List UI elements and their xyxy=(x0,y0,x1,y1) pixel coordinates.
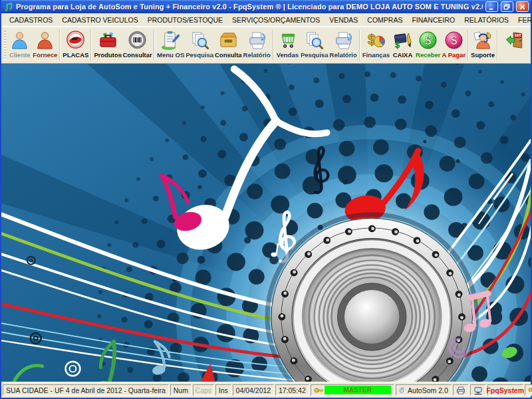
toolbar-button-caixa[interactable]: $ CAIXA xyxy=(390,29,415,62)
barcode-icon xyxy=(127,30,148,51)
printer-icon xyxy=(456,386,466,395)
order-clipboard-icon xyxy=(160,30,181,51)
cash-book-icon: $ xyxy=(392,30,413,51)
finance-chart-icon: $ xyxy=(366,30,386,51)
menu-bar: CADASTROS CADASTRO VEICULOS PRODUTOS/EST… xyxy=(1,13,531,27)
file-drawer-icon xyxy=(218,30,239,51)
toolbar-button-placas[interactable]: PLACAS xyxy=(62,29,89,62)
toolbar-button-cliente[interactable]: Cliente xyxy=(7,29,32,62)
title-bar: Programa para Loja de AutoSom e Tuning +… xyxy=(1,0,531,13)
toolbar-button-produtos[interactable]: Produtos xyxy=(93,29,122,62)
wallpaper-area xyxy=(1,64,531,382)
toolbar-button-receber[interactable]: $ Receber xyxy=(415,29,442,62)
toolbar-button-vendas[interactable]: Vendas xyxy=(275,29,300,62)
toolbar-button-pesquisa-os[interactable]: Pesquisa xyxy=(185,29,214,62)
supplier-person-icon xyxy=(35,30,55,51)
status-caps: Caps xyxy=(193,384,214,396)
status-ins: Ins xyxy=(215,384,231,396)
status-key xyxy=(525,384,532,396)
toolbar-separator xyxy=(273,30,274,61)
toolbox-icon xyxy=(98,30,118,51)
menu-item-cadastro-veiculos[interactable]: CADASTRO VEICULOS xyxy=(57,15,142,25)
menu-item-ferramentas[interactable]: FERRAMENTAS xyxy=(513,15,532,25)
doc-search-icon xyxy=(190,30,210,51)
printer-icon xyxy=(333,30,354,51)
svg-text:$: $ xyxy=(450,34,457,47)
toolbar: Cliente Fornece PLACAS xyxy=(1,27,531,64)
toolbar-button-pesquisa-vendas[interactable]: Pesquisa xyxy=(300,29,329,62)
menu-item-compras[interactable]: COMPRAS xyxy=(362,15,407,25)
support-agent-icon xyxy=(473,30,493,51)
svg-text:EXIT: EXIT xyxy=(514,34,521,37)
status-location: SUA CIDADE - UF 4 de Abril de 2012 - Qua… xyxy=(3,384,169,396)
toolbar-separator xyxy=(467,30,469,61)
svg-text:$: $ xyxy=(425,34,432,47)
toolbar-button-relatorio-vendas[interactable]: Relatório xyxy=(329,29,358,62)
toolbar-button-fornece[interactable]: Fornece xyxy=(32,29,58,62)
close-icon xyxy=(519,3,526,11)
exit-door-icon: EXIT xyxy=(503,30,527,51)
toolbar-button-sair[interactable]: EXIT xyxy=(499,29,529,62)
status-network xyxy=(470,384,486,396)
status-date: 04/04/2012 xyxy=(233,384,274,396)
receive-dollar-icon: $ xyxy=(418,30,438,51)
status-printer xyxy=(453,384,469,396)
minimize-button[interactable] xyxy=(485,1,498,12)
menu-item-servicos-orcamentos[interactable]: SERVIÇOS/ORÇAMENTOS xyxy=(227,15,325,25)
restore-icon xyxy=(503,3,511,11)
toolbar-separator xyxy=(59,30,61,61)
toolbar-button-financas[interactable]: $ Finanças xyxy=(362,29,390,62)
toolbar-separator xyxy=(359,30,360,61)
window-icon xyxy=(3,2,13,12)
status-app: AutoSom 2.0 xyxy=(396,384,452,396)
menu-item-cadastros[interactable]: CADASTROS xyxy=(5,15,57,25)
network-icon xyxy=(473,386,483,395)
wallpaper-art xyxy=(1,64,531,382)
toolbar-button-relatorio-os[interactable]: Relatório xyxy=(243,29,271,62)
toolbar-button-a-pagar[interactable]: $ A Pagar xyxy=(442,29,467,62)
pay-dollar-icon: $ xyxy=(444,30,464,51)
toolbar-separator xyxy=(90,30,92,61)
menu-item-vendas[interactable]: VENDAS xyxy=(325,15,362,25)
toolbar-button-menu-os[interactable]: Menu OS xyxy=(156,29,185,62)
svg-text:$: $ xyxy=(395,41,400,50)
status-user: MASTER xyxy=(311,384,394,396)
client-person-icon xyxy=(9,30,30,51)
toolbar-separator xyxy=(154,30,155,61)
status-num: Num xyxy=(170,384,192,396)
printer-icon xyxy=(247,30,267,51)
status-time: 17:05:42 xyxy=(275,384,309,396)
status-brand: FpqSystem xyxy=(487,384,523,396)
doc-search-icon xyxy=(304,30,325,51)
close-button[interactable] xyxy=(516,1,529,12)
window-title: Programa para Loja de AutoSom e Tuning +… xyxy=(16,3,483,11)
app-window: Programa para Loja de AutoSom e Tuning +… xyxy=(0,0,532,399)
app-icon xyxy=(399,386,405,394)
toolbar-button-consultar[interactable]: Consultar xyxy=(122,29,152,62)
toolbar-button-consulta-os[interactable]: Consulta xyxy=(214,29,243,62)
key-icon xyxy=(528,386,532,395)
key-icon xyxy=(314,386,323,395)
menu-item-financeiro[interactable]: FINANCEIRO xyxy=(407,15,460,25)
restore-button[interactable] xyxy=(501,1,513,12)
toolbar-button-suporte[interactable]: Suporte xyxy=(470,29,495,62)
status-user-badge: MASTER xyxy=(325,386,391,394)
shopping-cart-icon xyxy=(277,30,298,51)
status-bar: SUA CIDADE - UF 4 de Abril de 2012 - Qua… xyxy=(1,382,531,398)
toolbar-grip xyxy=(4,31,6,60)
minimize-icon xyxy=(488,3,495,11)
menu-item-relatorios[interactable]: RELATÓRIOS xyxy=(460,15,513,25)
car-plate-icon xyxy=(65,30,86,51)
menu-item-produtos-estoque[interactable]: PRODUTOS/ESTOQUE xyxy=(143,15,227,25)
toolbar-separator xyxy=(497,30,498,61)
